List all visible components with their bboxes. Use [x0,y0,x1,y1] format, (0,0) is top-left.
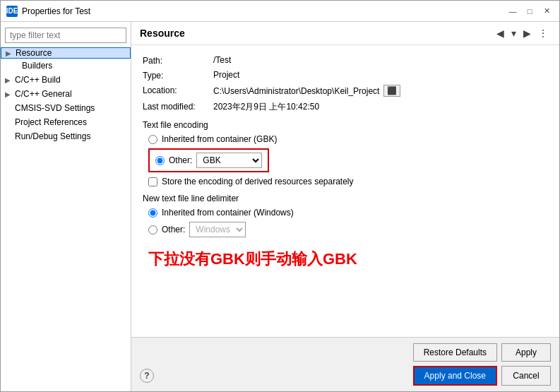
sidebar: ▶ Resource Builders ▶ C/C++ Build ▶ C/C+… [1,22,131,391]
location-row: Location: C:\Users\Administrator\Desktop… [143,85,548,97]
nav-dropdown-button[interactable]: ▾ [508,26,519,40]
title-bar: IDE Properties for Test — □ ✕ [1,1,559,22]
delimiter-inherited-row: Inherited from container (Windows) [148,208,548,218]
close-button[interactable]: ✕ [540,5,554,18]
type-label: Type: [143,70,213,81]
encoding-inherited-label: Inherited from container (GBK) [162,134,277,144]
arrow-icon: ▶ [6,49,11,57]
delimiter-other-label: Other: [162,225,185,234]
location-value-row: C:\Users\Administrator\Desktop\Keil_Proj… [213,85,400,97]
type-row: Type: Project [143,70,548,81]
encoding-inherited-radio[interactable] [148,135,157,144]
sidebar-item-label: C/C++ General [15,89,72,99]
last-modified-value: 2023年2月9日 上午10:42:50 [213,101,319,113]
panel-title: Resource [140,28,185,39]
delimiter-inherited-radio[interactable] [148,208,157,218]
filter-input[interactable] [5,28,126,43]
nav-forward-button[interactable]: ▶ [520,26,534,40]
delimiter-other-radio[interactable] [148,225,157,234]
arrow-icon: ▶ [5,76,11,84]
arrow-icon: ▶ [5,90,11,98]
annotation-text: 下拉没有GBK则手动输入GBK [148,249,548,270]
help-button[interactable]: ? [140,369,154,383]
sidebar-item-label: C/C++ Build [15,75,61,85]
location-value: C:\Users\Administrator\Desktop\Keil_Proj… [213,86,379,96]
nav-menu-button[interactable]: ⋮ [535,26,551,40]
encoding-select[interactable]: GBK UTF-8 ISO-8859-1 US-ASCII [196,153,262,168]
sidebar-item-label: Project References [15,117,87,127]
encoding-section-label: Text file encoding [143,120,548,130]
restore-defaults-button[interactable]: Restore Defaults [413,343,497,362]
nav-buttons: ◀ ▾ ▶ ⋮ [494,26,551,40]
delimiter-section-label: New text file line delimiter [143,194,548,203]
bottom-row1: Restore Defaults Apply [140,343,551,362]
sidebar-item-label: Builders [22,61,52,71]
last-modified-row: Last modified: 2023年2月9日 上午10:42:50 [143,101,548,113]
store-encoding-label: Store the encoding of derived resources … [162,177,354,186]
sidebar-item-label: CMSIS-SVD Settings [15,103,95,113]
apply-button[interactable]: Apply [501,343,551,362]
sidebar-item-builders[interactable]: Builders [1,59,131,73]
encoding-other-radio[interactable] [155,156,165,165]
delimiter-inherited-label: Inherited from container (Windows) [162,208,294,218]
path-row: Path: /Test [143,55,548,66]
path-label: Path: [143,55,213,66]
store-encoding-row: Store the encoding of derived resources … [148,177,548,186]
sidebar-item-run-debug[interactable]: Run/Debug Settings [1,129,131,143]
minimize-button[interactable]: — [506,5,520,18]
sidebar-item-cmsis[interactable]: CMSIS-SVD Settings [1,101,131,115]
main-content: Path: /Test Type: Project Location: C:\U… [131,45,559,337]
sidebar-item-resource[interactable]: ▶ Resource [1,47,131,59]
sidebar-item-label: Resource [16,48,52,58]
delimiter-other-row: Other: Windows Unix Mac [148,222,548,237]
title-bar-left: IDE Properties for Test [6,6,90,17]
maximize-button[interactable]: □ [523,5,537,18]
window-title: Properties for Test [22,6,90,16]
main-panel: Resource ◀ ▾ ▶ ⋮ Path: /Test Type: Proje… [131,22,559,391]
last-modified-label: Last modified: [143,101,213,112]
properties-window: IDE Properties for Test — □ ✕ ▶ Resource… [0,0,560,392]
sidebar-item-label: Run/Debug Settings [15,131,90,141]
encoding-other-label: Other: [169,155,192,165]
nav-back-button[interactable]: ◀ [494,26,507,40]
bottom-right-buttons: Apply and Close Cancel [413,366,551,386]
path-value: /Test [213,55,231,65]
delimiter-select[interactable]: Windows Unix Mac [189,222,246,237]
encoding-other-container: Other: GBK UTF-8 ISO-8859-1 US-ASCII [148,148,269,172]
location-browse-button[interactable]: ⬛ [383,85,400,97]
window-controls: — □ ✕ [506,5,554,18]
apply-and-close-button[interactable]: Apply and Close [413,366,497,386]
cancel-button[interactable]: Cancel [501,366,551,386]
location-label: Location: [143,85,213,95]
sidebar-item-project-references[interactable]: Project References [1,115,131,129]
bottom-row2: ? Apply and Close Cancel [140,366,551,386]
store-encoding-checkbox[interactable] [148,177,157,186]
type-value: Project [213,70,239,80]
sidebar-item-cpp-build[interactable]: ▶ C/C++ Build [1,73,131,87]
encoding-inherited-row: Inherited from container (GBK) [148,134,548,144]
bottom-bar: Restore Defaults Apply ? Apply and Close… [131,337,559,391]
sidebar-item-cpp-general[interactable]: ▶ C/C++ General [1,87,131,101]
content-area: ▶ Resource Builders ▶ C/C++ Build ▶ C/C+… [1,22,559,391]
ide-icon: IDE [6,6,18,17]
main-header: Resource ◀ ▾ ▶ ⋮ [131,22,559,45]
